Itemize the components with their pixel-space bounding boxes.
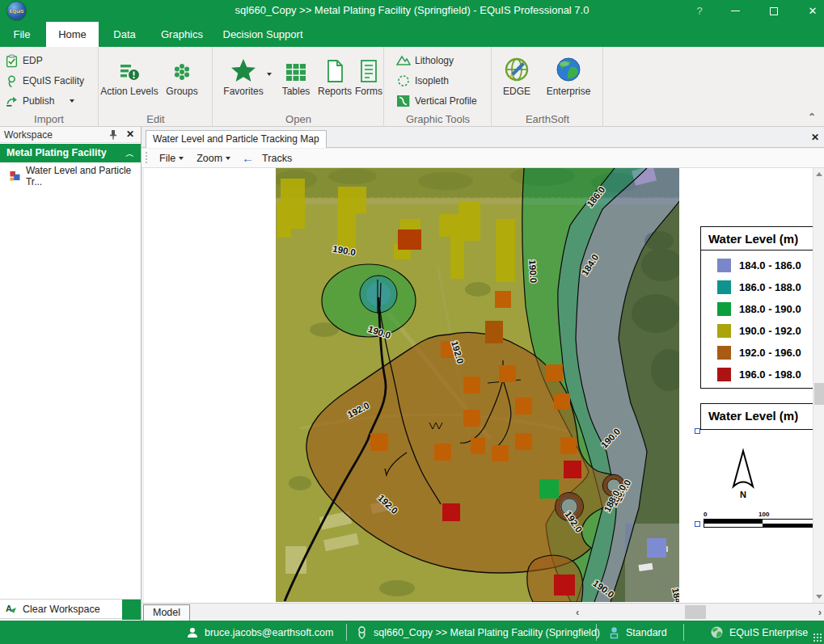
toolbar-grip[interactable] — [145, 152, 148, 165]
collapse-section-chevron[interactable]: ︿ — [125, 145, 134, 163]
close-button[interactable]: ✕ — [799, 0, 824, 22]
map-file-menu[interactable]: File — [153, 149, 190, 167]
svg-text:A: A — [6, 604, 12, 613]
vertical-scroll-thumb[interactable] — [814, 383, 824, 405]
enterprise-globe-icon — [710, 625, 724, 639]
scale-start-label: 0 — [704, 511, 707, 518]
scale-bar[interactable]: 0 100 — [704, 511, 813, 528]
favorites-button[interactable]: Favorites — [218, 51, 268, 109]
edp-button[interactable]: EDP — [5, 52, 43, 69]
favorites-star-icon — [230, 51, 257, 83]
pin-icon[interactable] — [108, 129, 118, 140]
document-area: Water Level and Particle Tracking Map ✕ … — [142, 127, 824, 621]
legend-row: 196.0 - 198.0 — [717, 368, 813, 381]
vertical-profile-button[interactable]: Vertical Profile — [396, 92, 477, 110]
edge-globe-icon — [503, 51, 530, 83]
collapse-ribbon-chevron[interactable]: ⌃ — [808, 112, 816, 123]
scroll-right-arrow[interactable]: › — [818, 606, 822, 618]
legend-row: 188.0 - 190.0 — [717, 302, 813, 316]
publish-dropdown-caret[interactable] — [70, 99, 74, 103]
publish-arrow-icon — [5, 95, 19, 108]
reports-button[interactable]: Reports — [314, 51, 356, 109]
groups-icon — [171, 51, 193, 83]
tab-home[interactable]: Home — [46, 22, 99, 47]
ribbon-group-open: Favorites Tables Reports Forms Open — [213, 47, 384, 126]
scroll-down-arrow[interactable] — [813, 591, 824, 603]
role-user-icon — [608, 626, 620, 639]
map-viewport[interactable]: 190.0 190.0 192.0 190.0 186.0 184.0 192.… — [144, 168, 813, 603]
clear-workspace-button[interactable]: A Clear Workspace — [0, 599, 141, 619]
water-level-legend[interactable]: Water Level (m) 184.0 - 186.0 186.0 - 18… — [700, 226, 813, 389]
scale-bar-graphic — [704, 519, 813, 528]
groups-button[interactable]: Groups — [159, 51, 205, 109]
contour-label: 190.0 — [527, 259, 538, 283]
application-window: EQuIS sql660_Copy >> Metal Plating Facil… — [0, 0, 824, 644]
enterprise-button[interactable]: Enterprise — [539, 51, 598, 109]
legend-row: 184.0 - 186.0 — [717, 259, 813, 272]
forms-button[interactable]: Forms — [353, 51, 385, 109]
tab-data[interactable]: Data — [105, 22, 144, 47]
selection-handle[interactable] — [695, 428, 700, 434]
tab-decision-support[interactable]: Decision Support — [220, 22, 306, 47]
legend-swatch — [717, 324, 731, 338]
vertical-scrollbar[interactable] — [813, 168, 824, 603]
equis-facility-button[interactable]: EQuIS Facility — [5, 72, 84, 90]
ribbon-group-import: EDP EQuIS Facility Publish Import — [0, 47, 99, 126]
reports-icon — [325, 51, 344, 83]
tables-button[interactable]: Tables — [278, 51, 314, 109]
selection-handle[interactable] — [695, 521, 700, 527]
favorites-dropdown-caret[interactable] — [267, 73, 272, 76]
facility-header[interactable]: Metal Plating Facility ︿ — [0, 144, 141, 162]
status-user[interactable]: bruce.jacobs@earthsoft.com — [186, 621, 333, 644]
zoom-menu-caret — [226, 157, 230, 160]
ribbon-group-edit: Action Levels Groups Edit — [99, 47, 213, 126]
window-resize-grip[interactable] — [813, 633, 822, 642]
scroll-left-arrow[interactable]: ‹ — [576, 606, 579, 618]
group-label-edit: Edit — [99, 113, 212, 125]
document-close-icon[interactable]: ✕ — [811, 132, 819, 143]
lithology-button[interactable]: Lithology — [396, 52, 454, 69]
horizontal-scroll-thumb[interactable] — [685, 605, 706, 619]
legend-row: 186.0 - 188.0 — [717, 280, 813, 294]
file-menu-caret — [179, 157, 184, 160]
water-level-map[interactable]: 190.0 190.0 192.0 190.0 186.0 184.0 192.… — [276, 168, 679, 602]
clear-workspace-icon: A — [5, 603, 18, 616]
status-connection[interactable]: sql660_Copy >> Metal Plating Facility (S… — [356, 621, 600, 644]
legend-swatch — [717, 280, 731, 294]
map-zoom-menu[interactable]: Zoom — [190, 149, 237, 167]
tab-file[interactable]: File — [5, 22, 39, 47]
water-level-legend-title-box[interactable]: Water Level (m) — [700, 403, 813, 430]
north-label: N — [740, 490, 746, 499]
action-levels-button[interactable]: Action Levels — [104, 51, 154, 109]
isopleth-button[interactable]: Isopleth — [396, 72, 449, 90]
legend-row: 192.0 - 196.0 — [717, 346, 813, 360]
lithology-icon — [396, 54, 411, 67]
help-button[interactable]: ? — [686, 0, 713, 22]
maximize-button[interactable] — [760, 0, 788, 22]
ribbon: EDP EQuIS Facility Publish Import Action… — [0, 47, 824, 127]
tab-graphics[interactable]: Graphics — [155, 22, 209, 47]
minimize-button[interactable] — [721, 0, 749, 22]
action-levels-icon — [118, 51, 141, 83]
facility-pin-icon — [5, 74, 19, 88]
scroll-up-arrow[interactable] — [813, 168, 824, 180]
ribbon-group-earthsoft: EDGE Enterprise EarthSoft — [492, 47, 603, 126]
legend-swatch — [717, 368, 731, 381]
tab-water-level-map[interactable]: Water Level and Particle Tracking Map — [146, 130, 327, 148]
edge-button[interactable]: EDGE — [496, 51, 538, 109]
workspace-item-water-level-map[interactable]: Water Level and Particle Tr... — [0, 167, 141, 185]
status-product[interactable]: EQuIS Enterprise — [710, 621, 808, 644]
tracks-button[interactable]: Tracks — [256, 149, 298, 167]
tab-model[interactable]: Model — [143, 604, 190, 621]
tracks-arrow-icon[interactable]: ← — [242, 151, 254, 165]
clear-workspace-accent — [122, 600, 141, 620]
legend-swatch — [717, 346, 731, 360]
status-role[interactable]: Standard — [608, 621, 667, 644]
north-arrow[interactable]: N — [725, 448, 762, 504]
user-icon — [186, 626, 199, 639]
workspace-close-icon[interactable]: ✕ — [126, 128, 134, 140]
status-bar: bruce.jacobs@earthsoft.com sql660_Copy >… — [0, 621, 824, 644]
ribbon-group-graphic-tools: Lithology Isopleth Vertical Profile Grap… — [385, 47, 492, 126]
publish-button[interactable]: Publish — [5, 92, 74, 110]
bottom-tab-row: Model ‹ › — [142, 603, 824, 621]
